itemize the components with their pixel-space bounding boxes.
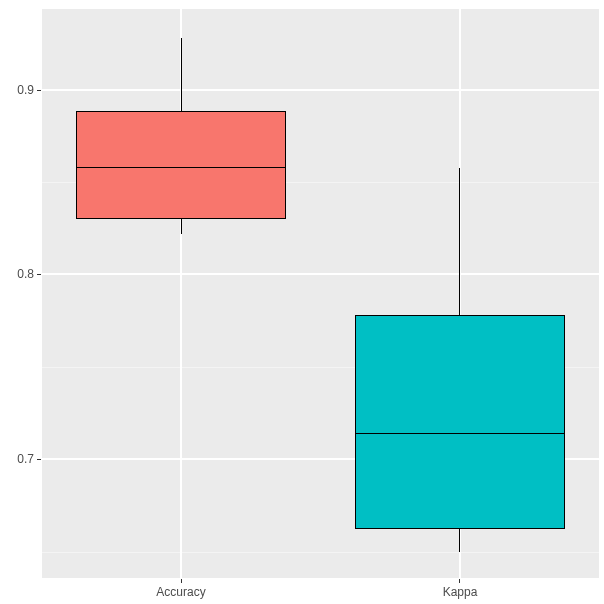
grid-minor [42, 552, 599, 553]
whisker-lower [459, 529, 460, 552]
y-axis: 0.9 0.8 0.7 [0, 0, 34, 604]
y-tick-label: 0.7 [0, 452, 34, 466]
x-tick-label: Kappa [443, 585, 478, 599]
grid-major [42, 89, 599, 91]
box-accuracy [76, 111, 286, 219]
box-kappa [355, 315, 565, 529]
x-tick-mark [459, 579, 460, 583]
median-kappa [355, 433, 565, 434]
x-tick-mark [181, 579, 182, 583]
y-tick-mark [37, 459, 41, 460]
whisker-lower [181, 219, 182, 234]
x-tick-label: Accuracy [156, 585, 205, 599]
y-tick-mark [37, 90, 41, 91]
whisker-upper [181, 38, 182, 112]
y-tick-mark [37, 274, 41, 275]
whisker-upper [459, 168, 460, 316]
grid-major [42, 273, 599, 275]
boxplot-chart: 0.9 0.8 0.7 Accuracy Kappa [0, 0, 604, 604]
median-accuracy [76, 167, 286, 168]
y-tick-label: 0.8 [0, 267, 34, 281]
y-tick-label: 0.9 [0, 83, 34, 97]
